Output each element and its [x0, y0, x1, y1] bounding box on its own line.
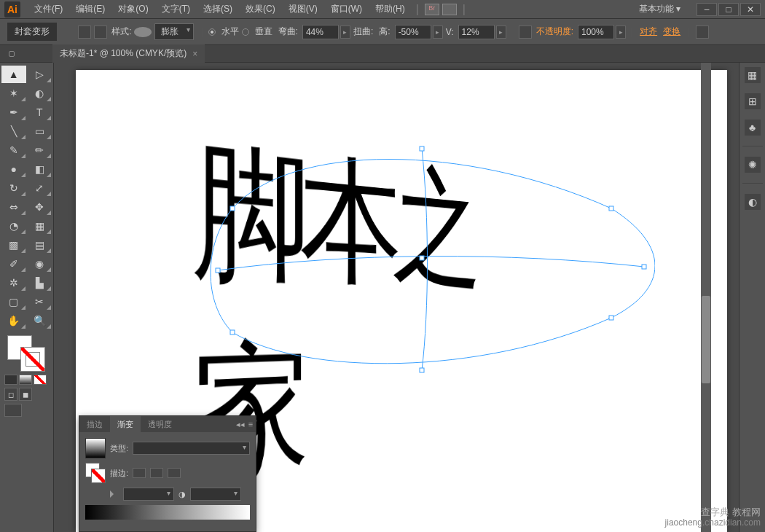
angle-input[interactable] [123, 488, 174, 501]
pencil-tool[interactable]: ✏ [28, 141, 52, 159]
free-transform-tool[interactable]: ✥ [28, 198, 52, 216]
eraser-tool[interactable]: ◧ [28, 160, 52, 178]
envelope-mesh-icon[interactable] [78, 26, 91, 39]
line-tool[interactable]: ╲ [1, 122, 26, 140]
panel-tab-gradient[interactable]: 渐变 [110, 416, 141, 432]
distort-v-input[interactable]: 12% [458, 25, 495, 39]
menu-window[interactable]: 窗口(W) [324, 3, 369, 15]
symbol-sprayer-tool[interactable]: ✲ [1, 274, 26, 292]
color-none-icon[interactable] [34, 375, 47, 385]
opacity-input[interactable]: 100% [578, 25, 614, 39]
blend-tool[interactable]: ◉ [28, 255, 52, 273]
scale-tool[interactable]: ⤢ [28, 179, 52, 197]
draw-normal-icon[interactable]: ◻ [4, 388, 17, 401]
gradient-type-dropdown[interactable] [133, 442, 250, 455]
menu-view[interactable]: 视图(V) [282, 3, 324, 15]
lasso-tool[interactable]: ◐ [28, 85, 52, 102]
direct-selection-tool[interactable]: ▷ [28, 66, 52, 83]
width-tool[interactable]: ⇔ [1, 198, 26, 216]
menu-select[interactable]: 选择(S) [197, 3, 239, 15]
opacity-stepper[interactable]: ▸ [616, 26, 626, 39]
eyedropper-tool[interactable]: ✐ [1, 255, 26, 273]
hand-tool[interactable]: ✋ [1, 312, 26, 329]
gradient-tool[interactable]: ▤ [28, 236, 52, 254]
warp-style-dropdown[interactable]: 膨胀 [154, 23, 194, 40]
envelope-warp-icon[interactable] [94, 26, 107, 39]
panel-icon-2[interactable]: ⊞ [745, 93, 761, 109]
blob-brush-tool[interactable]: ● [1, 160, 26, 178]
isolate-icon[interactable] [696, 26, 709, 39]
panel-collapse-icon[interactable]: ◂◂ [235, 420, 246, 429]
stroke-mode-1-icon[interactable] [133, 468, 146, 478]
color-solid-icon[interactable] [4, 375, 17, 385]
scrollbar-thumb[interactable] [702, 296, 710, 383]
slice-tool[interactable]: ✂ [28, 293, 52, 310]
stroke-mode-3-icon[interactable] [168, 468, 181, 478]
distort-h-input[interactable]: -50% [395, 25, 431, 39]
menu-file[interactable]: 文件(F) [28, 3, 69, 15]
gradient-panel[interactable]: 描边 渐变 透明度 ◂◂ ≡ 类型: 描边: ◑ [79, 415, 256, 532]
menu-effect[interactable]: 效果(C) [239, 3, 282, 15]
vertical-scrollbar[interactable] [701, 63, 711, 532]
pen-tool[interactable]: ✒ [1, 103, 26, 121]
arrange-docs-button[interactable] [442, 4, 457, 15]
vertical-radio[interactable] [242, 28, 249, 36]
gradient-ramp[interactable] [85, 505, 250, 520]
stroke-mode-2-icon[interactable] [150, 468, 163, 478]
graph-tool[interactable]: ▙ [28, 274, 52, 292]
transform-link[interactable]: 变换 [663, 26, 680, 38]
magic-wand-tool[interactable]: ✶ [1, 85, 26, 102]
svg-rect-0 [230, 206, 235, 211]
screen-mode[interactable] [1, 404, 52, 417]
color-gradient-icon[interactable] [19, 375, 32, 385]
gradient-preview-swatch[interactable] [85, 438, 106, 458]
panel-tab-transparency[interactable]: 透明度 [141, 416, 179, 432]
menu-type[interactable]: 文字(T) [155, 3, 197, 15]
envelope-outline[interactable] [203, 128, 655, 391]
window-controls: – □ ✕ [695, 3, 761, 16]
gradient-fill-stroke-swatch[interactable] [85, 463, 106, 483]
stroke-color[interactable] [20, 347, 45, 372]
bridge-button[interactable]: Br [425, 4, 439, 15]
selection-tool[interactable]: ▲ [1, 66, 26, 83]
fill-stroke-swatch[interactable] [1, 334, 52, 372]
menu-help[interactable]: 帮助(H) [369, 3, 412, 15]
tab-close-icon[interactable]: × [192, 49, 197, 59]
artboard-tool[interactable]: ▢ [1, 293, 26, 310]
minimize-button[interactable]: – [697, 3, 717, 16]
type-tool[interactable]: T [28, 103, 52, 121]
rectangle-tool[interactable]: ▭ [28, 122, 52, 140]
document-tab[interactable]: 未标题-1* @ 100% (CMYK/预览) × [52, 44, 205, 63]
horizontal-radio[interactable] [208, 28, 216, 36]
panel-icon-4[interactable]: ✺ [745, 157, 761, 173]
maximize-button[interactable]: □ [718, 3, 739, 16]
rotate-tool[interactable]: ↻ [1, 179, 26, 197]
panel-icon-1[interactable]: ▦ [745, 67, 761, 83]
zoom-tool[interactable]: 🔍 [28, 312, 52, 329]
bend-input[interactable]: 44% [302, 25, 339, 39]
bend-stepper[interactable]: ▸ [340, 26, 350, 39]
close-button[interactable]: ✕ [740, 3, 761, 16]
draw-behind-icon[interactable]: ◼ [19, 388, 32, 401]
menu-object[interactable]: 对象(O) [111, 3, 154, 15]
style-label: 样式: [111, 26, 131, 38]
tab-indicator-icon[interactable] [9, 51, 15, 57]
workspace-switcher[interactable]: 基本功能 ▾ [633, 3, 686, 15]
menu-edit[interactable]: 编辑(E) [69, 3, 111, 15]
align-link[interactable]: 对齐 [640, 26, 657, 38]
panel-icon-5[interactable]: ◐ [745, 194, 761, 210]
dist-h-stepper[interactable]: ▸ [433, 26, 443, 39]
panel-tab-stroke[interactable]: 描边 [79, 416, 110, 432]
mesh-tool[interactable]: ▩ [1, 236, 26, 254]
opacity-label: 不透明度: [536, 26, 573, 38]
aspect-input[interactable] [190, 488, 241, 501]
shape-builder-tool[interactable]: ◔ [1, 217, 26, 235]
panel-divider [742, 146, 763, 146]
perspective-tool[interactable]: ▦ [28, 217, 52, 235]
watermark-url: jiaocheng.chazidian.com [665, 517, 761, 528]
panel-menu-icon[interactable]: ≡ [246, 420, 256, 429]
envelope-options-icon[interactable] [519, 26, 532, 39]
dist-v-stepper[interactable]: ▸ [496, 26, 506, 39]
panel-icon-3[interactable]: ♣ [745, 120, 761, 136]
paintbrush-tool[interactable]: ✎ [1, 141, 26, 159]
